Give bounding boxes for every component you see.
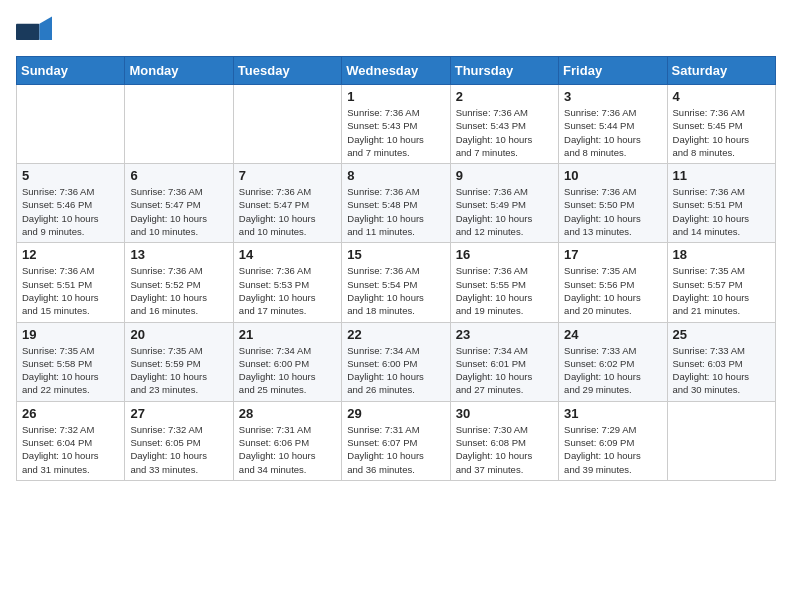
calendar-cell: 21Sunrise: 7:34 AM Sunset: 6:00 PM Dayli… [233, 322, 341, 401]
calendar-cell: 27Sunrise: 7:32 AM Sunset: 6:05 PM Dayli… [125, 401, 233, 480]
day-info: Sunrise: 7:32 AM Sunset: 6:05 PM Dayligh… [130, 423, 227, 476]
day-info: Sunrise: 7:30 AM Sunset: 6:08 PM Dayligh… [456, 423, 553, 476]
calendar-cell: 26Sunrise: 7:32 AM Sunset: 6:04 PM Dayli… [17, 401, 125, 480]
calendar-cell [125, 85, 233, 164]
day-number: 23 [456, 327, 553, 342]
day-info: Sunrise: 7:36 AM Sunset: 5:46 PM Dayligh… [22, 185, 119, 238]
calendar-cell: 19Sunrise: 7:35 AM Sunset: 5:58 PM Dayli… [17, 322, 125, 401]
day-number: 3 [564, 89, 661, 104]
logo-icon [16, 16, 52, 46]
calendar-cell [667, 401, 775, 480]
day-info: Sunrise: 7:32 AM Sunset: 6:04 PM Dayligh… [22, 423, 119, 476]
day-number: 22 [347, 327, 444, 342]
weekday-header-friday: Friday [559, 57, 667, 85]
calendar-cell: 31Sunrise: 7:29 AM Sunset: 6:09 PM Dayli… [559, 401, 667, 480]
svg-marker-1 [39, 17, 52, 40]
calendar-cell: 9Sunrise: 7:36 AM Sunset: 5:49 PM Daylig… [450, 164, 558, 243]
day-info: Sunrise: 7:36 AM Sunset: 5:54 PM Dayligh… [347, 264, 444, 317]
day-info: Sunrise: 7:35 AM Sunset: 5:58 PM Dayligh… [22, 344, 119, 397]
calendar-cell: 29Sunrise: 7:31 AM Sunset: 6:07 PM Dayli… [342, 401, 450, 480]
day-number: 25 [673, 327, 770, 342]
day-info: Sunrise: 7:35 AM Sunset: 5:57 PM Dayligh… [673, 264, 770, 317]
weekday-header-thursday: Thursday [450, 57, 558, 85]
day-number: 30 [456, 406, 553, 421]
calendar-cell: 18Sunrise: 7:35 AM Sunset: 5:57 PM Dayli… [667, 243, 775, 322]
calendar-cell: 30Sunrise: 7:30 AM Sunset: 6:08 PM Dayli… [450, 401, 558, 480]
calendar-cell: 28Sunrise: 7:31 AM Sunset: 6:06 PM Dayli… [233, 401, 341, 480]
calendar-week-5: 26Sunrise: 7:32 AM Sunset: 6:04 PM Dayli… [17, 401, 776, 480]
calendar-week-3: 12Sunrise: 7:36 AM Sunset: 5:51 PM Dayli… [17, 243, 776, 322]
header [16, 16, 776, 46]
day-info: Sunrise: 7:36 AM Sunset: 5:52 PM Dayligh… [130, 264, 227, 317]
day-info: Sunrise: 7:36 AM Sunset: 5:47 PM Dayligh… [239, 185, 336, 238]
day-info: Sunrise: 7:36 AM Sunset: 5:49 PM Dayligh… [456, 185, 553, 238]
day-number: 20 [130, 327, 227, 342]
day-info: Sunrise: 7:36 AM Sunset: 5:45 PM Dayligh… [673, 106, 770, 159]
calendar-cell: 11Sunrise: 7:36 AM Sunset: 5:51 PM Dayli… [667, 164, 775, 243]
weekday-header-tuesday: Tuesday [233, 57, 341, 85]
calendar-cell: 8Sunrise: 7:36 AM Sunset: 5:48 PM Daylig… [342, 164, 450, 243]
day-info: Sunrise: 7:36 AM Sunset: 5:50 PM Dayligh… [564, 185, 661, 238]
weekday-header-saturday: Saturday [667, 57, 775, 85]
day-info: Sunrise: 7:34 AM Sunset: 6:00 PM Dayligh… [347, 344, 444, 397]
day-info: Sunrise: 7:33 AM Sunset: 6:02 PM Dayligh… [564, 344, 661, 397]
day-number: 5 [22, 168, 119, 183]
day-number: 17 [564, 247, 661, 262]
day-number: 15 [347, 247, 444, 262]
calendar-cell [17, 85, 125, 164]
day-info: Sunrise: 7:36 AM Sunset: 5:51 PM Dayligh… [673, 185, 770, 238]
day-info: Sunrise: 7:33 AM Sunset: 6:03 PM Dayligh… [673, 344, 770, 397]
calendar-cell: 25Sunrise: 7:33 AM Sunset: 6:03 PM Dayli… [667, 322, 775, 401]
weekday-header-wednesday: Wednesday [342, 57, 450, 85]
calendar-cell: 24Sunrise: 7:33 AM Sunset: 6:02 PM Dayli… [559, 322, 667, 401]
day-info: Sunrise: 7:31 AM Sunset: 6:07 PM Dayligh… [347, 423, 444, 476]
calendar-week-2: 5Sunrise: 7:36 AM Sunset: 5:46 PM Daylig… [17, 164, 776, 243]
day-number: 13 [130, 247, 227, 262]
day-number: 28 [239, 406, 336, 421]
svg-rect-0 [16, 24, 39, 40]
calendar-cell: 13Sunrise: 7:36 AM Sunset: 5:52 PM Dayli… [125, 243, 233, 322]
logo [16, 16, 56, 46]
day-number: 12 [22, 247, 119, 262]
calendar-cell: 3Sunrise: 7:36 AM Sunset: 5:44 PM Daylig… [559, 85, 667, 164]
calendar-cell: 12Sunrise: 7:36 AM Sunset: 5:51 PM Dayli… [17, 243, 125, 322]
calendar-cell: 20Sunrise: 7:35 AM Sunset: 5:59 PM Dayli… [125, 322, 233, 401]
day-number: 4 [673, 89, 770, 104]
day-number: 10 [564, 168, 661, 183]
day-number: 6 [130, 168, 227, 183]
day-number: 7 [239, 168, 336, 183]
day-number: 29 [347, 406, 444, 421]
calendar-cell: 2Sunrise: 7:36 AM Sunset: 5:43 PM Daylig… [450, 85, 558, 164]
day-number: 11 [673, 168, 770, 183]
day-info: Sunrise: 7:36 AM Sunset: 5:43 PM Dayligh… [347, 106, 444, 159]
day-number: 8 [347, 168, 444, 183]
day-number: 9 [456, 168, 553, 183]
calendar-cell: 15Sunrise: 7:36 AM Sunset: 5:54 PM Dayli… [342, 243, 450, 322]
day-number: 2 [456, 89, 553, 104]
day-info: Sunrise: 7:35 AM Sunset: 5:56 PM Dayligh… [564, 264, 661, 317]
day-number: 31 [564, 406, 661, 421]
day-number: 21 [239, 327, 336, 342]
weekday-header-row: SundayMondayTuesdayWednesdayThursdayFrid… [17, 57, 776, 85]
calendar-cell: 16Sunrise: 7:36 AM Sunset: 5:55 PM Dayli… [450, 243, 558, 322]
day-info: Sunrise: 7:36 AM Sunset: 5:43 PM Dayligh… [456, 106, 553, 159]
day-info: Sunrise: 7:36 AM Sunset: 5:44 PM Dayligh… [564, 106, 661, 159]
day-info: Sunrise: 7:36 AM Sunset: 5:51 PM Dayligh… [22, 264, 119, 317]
day-info: Sunrise: 7:34 AM Sunset: 6:01 PM Dayligh… [456, 344, 553, 397]
calendar-cell: 17Sunrise: 7:35 AM Sunset: 5:56 PM Dayli… [559, 243, 667, 322]
weekday-header-monday: Monday [125, 57, 233, 85]
day-number: 19 [22, 327, 119, 342]
day-number: 18 [673, 247, 770, 262]
calendar-week-1: 1Sunrise: 7:36 AM Sunset: 5:43 PM Daylig… [17, 85, 776, 164]
calendar-cell [233, 85, 341, 164]
day-info: Sunrise: 7:36 AM Sunset: 5:48 PM Dayligh… [347, 185, 444, 238]
day-number: 26 [22, 406, 119, 421]
calendar-cell: 4Sunrise: 7:36 AM Sunset: 5:45 PM Daylig… [667, 85, 775, 164]
calendar-cell: 14Sunrise: 7:36 AM Sunset: 5:53 PM Dayli… [233, 243, 341, 322]
calendar-table: SundayMondayTuesdayWednesdayThursdayFrid… [16, 56, 776, 481]
calendar-cell: 10Sunrise: 7:36 AM Sunset: 5:50 PM Dayli… [559, 164, 667, 243]
day-number: 24 [564, 327, 661, 342]
day-info: Sunrise: 7:34 AM Sunset: 6:00 PM Dayligh… [239, 344, 336, 397]
calendar-cell: 6Sunrise: 7:36 AM Sunset: 5:47 PM Daylig… [125, 164, 233, 243]
day-info: Sunrise: 7:31 AM Sunset: 6:06 PM Dayligh… [239, 423, 336, 476]
